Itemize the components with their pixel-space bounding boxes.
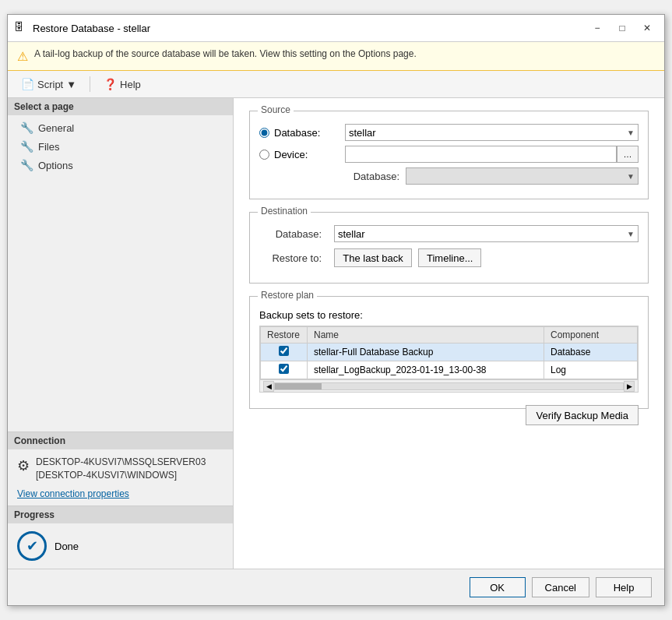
scroll-left-arrow[interactable]: ◀ — [263, 381, 274, 392]
dest-combo-arrow-icon: ▼ — [627, 230, 635, 238]
destination-content: Database: stellar ▼ Restore to: The last… — [259, 225, 639, 267]
restore-plan-legend: Restore plan — [258, 290, 317, 301]
script-button[interactable]: 📄 Script ▼ — [14, 74, 83, 94]
restore-plan-content: Backup sets to restore: Restore Name Com… — [259, 309, 639, 393]
source-database-row: Database: stellar ▼ — [259, 124, 639, 141]
device-radio[interactable] — [259, 150, 269, 160]
row1-checkbox[interactable] — [279, 346, 289, 356]
device-text-input[interactable] — [345, 146, 617, 163]
restore-to-button[interactable]: The last back — [334, 248, 412, 267]
sidebar-item-label-files: Files — [38, 141, 59, 153]
row1-component: Database — [544, 343, 638, 361]
connection-header: Connection — [8, 432, 233, 449]
warning-icon: ⚠ — [17, 49, 28, 64]
close-button[interactable]: ✕ — [636, 19, 658, 37]
source-group: Source Database: stellar ▼ — [249, 111, 649, 199]
connection-section: Connection ⚙ DESKTOP-4KUSVI7\MSSQLSERVER… — [8, 432, 233, 506]
dest-database-label: Database: — [259, 228, 322, 240]
connection-user: [DESKTOP-4KUSVI7\WINDOWS] — [36, 469, 206, 482]
script-arrow-icon: ▼ — [66, 79, 76, 90]
progress-header: Progress — [8, 506, 233, 523]
sidebar-nav: 🔧 General 🔧 Files 🔧 Options — [8, 115, 233, 178]
progress-section: Progress ✔ Done — [8, 506, 233, 569]
row2-name: stellar_LogBackup_2023-01-19_13-00-38 — [308, 361, 544, 379]
col-component: Component — [544, 327, 638, 343]
main-window: 🗄 Restore Database - stellar − □ ✕ ⚠ A t… — [7, 14, 665, 606]
device-browse-button[interactable]: … — [617, 146, 639, 163]
window-title: Restore Database - stellar — [33, 23, 586, 34]
backup-table-container: Restore Name Component — [259, 326, 639, 393]
server-name: DESKTOP-4KUSVI7\MSSQLSERVER03 — [36, 456, 206, 469]
sidebar-item-general[interactable]: 🔧 General — [8, 118, 233, 137]
database-radio-col: Database: — [259, 127, 345, 139]
progress-content: ✔ Done — [8, 523, 233, 569]
source-legend: Source — [258, 104, 294, 115]
wrench-icon-general: 🔧 — [20, 122, 33, 134]
restore-to-controls: The last back Timeline... — [334, 248, 639, 267]
toolbar-divider — [90, 76, 90, 92]
row2-checkbox[interactable] — [279, 364, 289, 374]
sidebar-spacer — [8, 178, 233, 432]
horizontal-scrollbar[interactable]: ◀ ▶ — [260, 379, 638, 392]
help-icon: ❓ — [104, 78, 117, 90]
sidebar-item-label-general: General — [38, 122, 74, 134]
sidebar-item-options[interactable]: 🔧 Options — [8, 156, 233, 174]
title-bar: 🗄 Restore Database - stellar − □ ✕ — [8, 15, 664, 42]
view-connection-link[interactable]: View connection properties — [8, 488, 233, 506]
warning-bar: ⚠ A tail-log backup of the source databa… — [8, 42, 664, 71]
device-radio-label: Device: — [274, 149, 308, 160]
col-restore: Restore — [261, 327, 308, 343]
maximize-button[interactable]: □ — [611, 19, 633, 37]
window-icon: 🗄 — [14, 21, 28, 35]
progress-status: Done — [55, 541, 79, 552]
restore-plan-group: Restore plan Backup sets to restore: Res… — [249, 296, 649, 409]
col-name: Name — [308, 327, 544, 343]
restore-to-row: Restore to: The last back Timeline... — [259, 248, 639, 267]
row1-name: stellar-Full Database Backup — [308, 343, 544, 361]
ok-button[interactable]: OK — [470, 577, 526, 597]
sidebar-item-files[interactable]: 🔧 Files — [8, 137, 233, 156]
scroll-track — [274, 382, 624, 390]
wrench-icon-files: 🔧 — [20, 140, 33, 153]
restore-to-label: Restore to: — [259, 252, 322, 264]
help-button[interactable]: ❓ Help — [97, 74, 148, 94]
backup-sets-label: Backup sets to restore: — [259, 309, 639, 321]
source-database-value: stellar — [349, 127, 376, 139]
database-radio[interactable] — [259, 128, 269, 138]
connection-text: DESKTOP-4KUSVI7\MSSQLSERVER03 [DESKTOP-4… — [36, 456, 206, 482]
row1-checkbox-cell — [261, 343, 308, 361]
verify-backup-button[interactable]: Verify Backup Media — [526, 405, 639, 425]
source-database-combo[interactable]: stellar ▼ — [345, 124, 639, 141]
combo-arrow2-icon: ▼ — [627, 172, 635, 181]
table-row: stellar-Full Database Backup Database — [261, 343, 638, 361]
minimize-button[interactable]: − — [586, 19, 608, 37]
help-label: Help — [120, 79, 141, 90]
footer: OK Cancel Help — [8, 569, 664, 605]
destination-group: Destination Database: stellar ▼ Restore … — [249, 212, 649, 284]
help-footer-button[interactable]: Help — [596, 577, 652, 597]
dest-database-row: Database: stellar ▼ — [259, 225, 639, 242]
row2-component: Log — [544, 361, 638, 379]
scroll-right-arrow[interactable]: ▶ — [624, 381, 635, 392]
backup-table: Restore Name Component — [260, 326, 638, 379]
cancel-button[interactable]: Cancel — [532, 577, 589, 597]
source-db-label: Database: — [345, 171, 399, 182]
table-row: stellar_LogBackup_2023-01-19_13-00-38 Lo… — [261, 361, 638, 379]
progress-circle: ✔ — [17, 531, 47, 561]
destination-legend: Destination — [258, 206, 311, 217]
device-radio-col: Device: — [259, 149, 345, 160]
source-database-select-combo[interactable]: ▼ — [406, 167, 639, 185]
script-label: Script — [37, 79, 63, 90]
warning-text: A tail-log backup of the source database… — [34, 48, 417, 59]
script-icon: 📄 — [21, 78, 34, 90]
wrench-icon-options: 🔧 — [20, 159, 33, 171]
toolbar: 📄 Script ▼ ❓ Help — [8, 71, 664, 98]
scroll-thumb — [275, 383, 322, 389]
source-grid: Database: stellar ▼ Device: — [259, 124, 639, 185]
timeline-button[interactable]: Timeline... — [418, 248, 481, 267]
row2-checkbox-cell — [261, 361, 308, 379]
dest-database-value: stellar — [338, 228, 365, 240]
combo-arrow-icon: ▼ — [627, 129, 635, 137]
dest-database-combo[interactable]: stellar ▼ — [334, 225, 639, 242]
content-area: Select a page 🔧 General 🔧 Files 🔧 Option… — [8, 98, 664, 569]
